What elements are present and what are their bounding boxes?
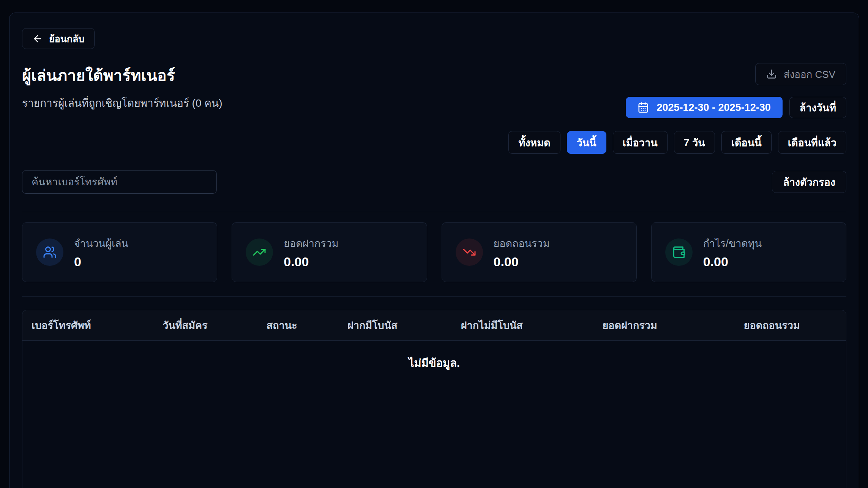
stat-label: ยอดถอนรวม bbox=[494, 235, 550, 251]
stat-value: 0.00 bbox=[284, 254, 338, 269]
stat-label: จำนวนผู้เล่น bbox=[74, 235, 128, 251]
export-csv-label: ส่งออก CSV bbox=[784, 66, 835, 82]
back-button-label: ย้อนกลับ bbox=[49, 31, 84, 46]
date-filter-row: 2025-12-30 - 2025-12-30 ล้างวันที่ bbox=[626, 97, 846, 118]
header-controls: ส่งออก CSV 2025-12-30 - 2025-12-30 ล้างว… bbox=[508, 63, 846, 154]
table-header-row: เบอร์โทรศัพท์ วันที่สมัคร สถานะ ฝากมีโบน… bbox=[22, 310, 846, 341]
stat-value: 0.00 bbox=[703, 254, 762, 269]
wallet-icon bbox=[665, 238, 693, 266]
stat-card-players: จำนวนผู้เล่น 0 bbox=[22, 222, 217, 282]
stat-card-total-deposit: ยอดฝากรวม 0.00 bbox=[232, 222, 427, 282]
column-header-deposit-no-bonus: ฝากไม่มีโบนัส bbox=[422, 317, 562, 333]
stat-text: ยอดถอนรวม 0.00 bbox=[494, 235, 550, 269]
filter-yesterday-button[interactable]: เมื่อวาน bbox=[613, 131, 668, 154]
stat-text: กำไร/ขาดทุน 0.00 bbox=[703, 235, 762, 269]
divider-bottom bbox=[22, 296, 846, 297]
download-icon bbox=[766, 69, 777, 79]
filter-all-button[interactable]: ทั้งหมด bbox=[508, 131, 560, 154]
search-row: ล้างตัวกรอง bbox=[22, 170, 846, 194]
stat-text: จำนวนผู้เล่น 0 bbox=[74, 235, 128, 269]
filter-today-button[interactable]: วันนี้ bbox=[567, 131, 606, 154]
trending-down-icon bbox=[456, 238, 483, 266]
stats-row: จำนวนผู้เล่น 0 ยอดฝากรวม 0.00 ยอดถอนรวม … bbox=[22, 222, 846, 282]
date-range-button[interactable]: 2025-12-30 - 2025-12-30 bbox=[626, 97, 782, 118]
clear-date-button[interactable]: ล้างวันที่ bbox=[789, 97, 846, 118]
column-header-total-withdraw: ยอดถอนรวม bbox=[698, 317, 846, 333]
column-header-phone: เบอร์โทรศัพท์ bbox=[22, 317, 129, 333]
clear-filters-button[interactable]: ล้างตัวกรอง bbox=[772, 171, 846, 193]
filter-7days-button[interactable]: 7 วัน bbox=[674, 131, 715, 154]
stat-text: ยอดฝากรวม 0.00 bbox=[284, 235, 338, 269]
search-phone-input[interactable] bbox=[22, 170, 217, 194]
column-header-total-deposit: ยอดฝากรวม bbox=[562, 317, 698, 333]
back-button[interactable]: ย้อนกลับ bbox=[22, 28, 95, 49]
page-header: ผู้เล่นภายใต้พาร์ทเนอร์ รายการผู้เล่นที่… bbox=[22, 63, 846, 154]
title-block: ผู้เล่นภายใต้พาร์ทเนอร์ รายการผู้เล่นที่… bbox=[22, 63, 222, 111]
column-header-register-date: วันที่สมัคร bbox=[129, 317, 241, 333]
column-header-status: สถานะ bbox=[241, 317, 323, 333]
calendar-icon bbox=[638, 102, 649, 113]
stat-card-total-withdraw: ยอดถอนรวม 0.00 bbox=[442, 222, 637, 282]
export-csv-button[interactable]: ส่งออก CSV bbox=[755, 63, 846, 85]
stat-value: 0 bbox=[74, 254, 128, 269]
divider-top bbox=[22, 212, 846, 212]
stat-label: ยอดฝากรวม bbox=[284, 235, 338, 251]
stat-label: กำไร/ขาดทุน bbox=[703, 235, 762, 251]
table-empty-message: ไม่มีข้อมูล. bbox=[22, 341, 846, 372]
users-icon bbox=[36, 238, 63, 266]
players-table: เบอร์โทรศัพท์ วันที่สมัคร สถานะ ฝากมีโบน… bbox=[22, 310, 846, 488]
stat-card-profit-loss: กำไร/ขาดทุน 0.00 bbox=[651, 222, 846, 282]
filter-last-month-button[interactable]: เดือนที่แล้ว bbox=[778, 131, 846, 154]
stat-value: 0.00 bbox=[494, 254, 550, 269]
page-title: ผู้เล่นภายใต้พาร์ทเนอร์ bbox=[22, 63, 222, 88]
quick-filter-row: ทั้งหมด วันนี้ เมื่อวาน 7 วัน เดือนนี้ เ… bbox=[508, 131, 846, 154]
page-subtitle: รายการผู้เล่นที่ถูกเชิญโดยพาร์ทเนอร์ (0 … bbox=[22, 95, 222, 111]
main-panel: ย้อนกลับ ผู้เล่นภายใต้พาร์ทเนอร์ รายการผ… bbox=[9, 13, 859, 488]
arrow-left-icon bbox=[32, 33, 43, 44]
filter-this-month-button[interactable]: เดือนนี้ bbox=[721, 131, 772, 154]
trending-up-icon bbox=[246, 238, 273, 266]
date-range-label: 2025-12-30 - 2025-12-30 bbox=[657, 102, 770, 114]
column-header-deposit-with-bonus: ฝากมีโบนัส bbox=[323, 317, 422, 333]
